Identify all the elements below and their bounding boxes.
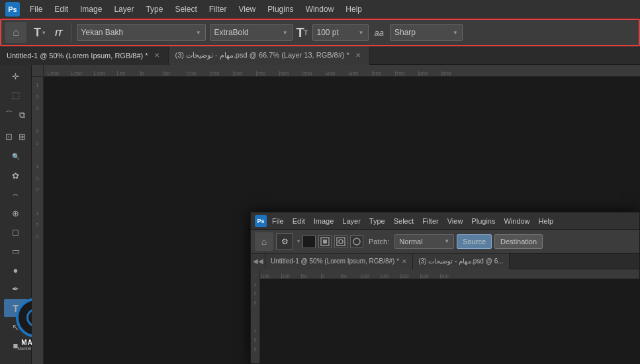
destination-button[interactable]: Destination	[494, 234, 543, 249]
healing-tool[interactable]: ✿	[4, 167, 28, 185]
lasso-tool[interactable]: ⌒	[3, 105, 15, 125]
svg-point-3	[339, 240, 343, 244]
font-style-selector[interactable]: ExtraBold ▼	[210, 24, 293, 41]
menu-layer[interactable]: Layer	[109, 3, 138, 15]
menu-window[interactable]: Window	[301, 3, 339, 15]
tab-untitled[interactable]: Untitled-1 @ 50% (Lorem Ipsum, RGB/8#) *…	[0, 46, 169, 65]
font-family-value: Yekan Bakh	[81, 28, 124, 37]
app-logo: Ps	[5, 2, 20, 17]
clone-stamp-tool[interactable]: ⊕	[4, 205, 28, 222]
second-menu-filter[interactable]: Filter	[419, 216, 441, 226]
menu-bar: Ps File Edit Image Layer Type Select Fil…	[0, 0, 640, 19]
svg-point-4	[353, 238, 360, 245]
second-tool-chevron: ▾	[297, 238, 300, 244]
magic-wand-tool[interactable]: ⧉	[17, 105, 28, 125]
menu-edit[interactable]: Edit	[50, 3, 73, 15]
separator-1	[71, 23, 71, 42]
menu-file[interactable]: File	[25, 3, 47, 15]
menu-type[interactable]: Type	[141, 3, 167, 15]
font-size-selector[interactable]: 100 pt ▼	[312, 24, 369, 41]
second-window: Ps File Edit Image Layer Type Select Fil…	[250, 212, 640, 364]
font-size-icon: T T	[297, 26, 308, 39]
menu-view[interactable]: View	[234, 3, 260, 15]
dodge-tool[interactable]: ●	[4, 261, 28, 279]
second-canvas-main: 150 100 50 0 50 100 150 200 250 300	[260, 269, 639, 363]
eyedropper-tool[interactable]: 🔍	[4, 148, 28, 165]
patch-icon-1[interactable]	[302, 235, 316, 248]
pen-tool[interactable]: ✒	[4, 280, 28, 298]
text-tool-icon: T	[34, 26, 41, 40]
tab-title-maham: (3) مهام - توضیحات.psd @ 66.7% (Layer 13…	[175, 51, 349, 60]
horizontal-ruler: -200 -150 -100 -50 0 50 100 150 200 250 …	[44, 65, 640, 77]
vertical-ruler: 10050100150	[32, 77, 44, 364]
font-size-chevron: ▼	[359, 30, 364, 36]
font-style-value: ExtraBold	[214, 28, 249, 37]
frame-tool[interactable]: ⊞	[17, 126, 28, 146]
tab-close-untitled[interactable]: ✕	[152, 51, 161, 60]
options-toolbar: ⌂ T ▾ IT Yekan Bakh ▼ ExtraBold ▼ T T 10…	[0, 19, 640, 46]
second-horizontal-ruler: 150 100 50 0 50 100 150 200 250 300	[260, 269, 639, 279]
crop-tool[interactable]: ⊡	[3, 126, 15, 146]
menu-image[interactable]: Image	[75, 3, 107, 15]
menu-plugins[interactable]: Plugins	[263, 3, 298, 15]
ruler-corner	[32, 65, 44, 77]
sharp-chevron: ▼	[453, 30, 458, 36]
second-menu-window[interactable]: Window	[500, 216, 533, 226]
patch-icon-2[interactable]	[318, 235, 332, 248]
second-canvas-area: -150-100 150 100 50 0 50 100 150 20	[251, 269, 639, 363]
brush-tool[interactable]: ⌢	[4, 185, 28, 203]
second-toolbar: ⌂ ⚙ ▾ Patch:	[251, 230, 639, 253]
menu-select[interactable]: Select	[170, 3, 201, 15]
second-menu-help[interactable]: Help	[535, 216, 557, 226]
menu-filter[interactable]: Filter	[205, 3, 232, 15]
second-canvas-black[interactable]	[260, 279, 639, 363]
second-tab-untitled[interactable]: Untitled-1 @ 50% (Lorem Ipsum, RGB/8#) *…	[265, 253, 413, 269]
second-menu-image[interactable]: Image	[310, 216, 338, 226]
second-home-button[interactable]: ⌂	[255, 232, 273, 251]
gradient-tool[interactable]: ▭	[4, 242, 28, 260]
font-family-chevron: ▼	[196, 30, 201, 36]
second-vertical-ruler: -150-100	[251, 269, 260, 363]
tab-maham[interactable]: (3) مهام - توضیحات.psd @ 66.7% (Layer 13…	[169, 46, 370, 65]
second-menu-type[interactable]: Type	[366, 216, 389, 226]
menu-help[interactable]: Help	[341, 3, 367, 15]
anti-alias-selector[interactable]: Sharp ▼	[390, 24, 463, 41]
move-tool[interactable]: ✛	[4, 68, 28, 85]
second-tab-close-1[interactable]: ✕	[402, 258, 407, 265]
document-tabs: Untitled-1 @ 50% (Lorem Ipsum, RGB/8#) *…	[0, 46, 640, 65]
patch-mode-value: Normal	[399, 238, 422, 246]
font-family-selector[interactable]: Yekan Bakh ▼	[77, 24, 206, 41]
svg-rect-1	[323, 240, 327, 244]
patch-chevron: ▼	[444, 238, 449, 244]
second-menu-plugins[interactable]: Plugins	[468, 216, 498, 226]
home-button[interactable]: ⌂	[5, 22, 26, 43]
second-tab-title-2: (3) مهام - توضیحات.psd @ 6...	[418, 257, 503, 265]
text-tool-chevron: ▾	[42, 30, 45, 36]
svg-rect-2	[337, 238, 345, 246]
tab-close-maham[interactable]: ✕	[353, 51, 363, 60]
tab-title-untitled: Untitled-1 @ 50% (Lorem Ipsum, RGB/8#) *	[7, 52, 148, 60]
source-button[interactable]: Source	[457, 234, 492, 249]
second-menu-layer[interactable]: Layer	[339, 216, 364, 226]
second-tool-icon[interactable]: ⚙	[276, 233, 293, 250]
patch-icon-4[interactable]	[350, 235, 363, 248]
second-menu-file[interactable]: File	[269, 216, 287, 226]
second-tab-maham[interactable]: (3) مهام - توضیحات.psd @ 6...	[413, 253, 509, 269]
text-orientation-button[interactable]: IT	[52, 26, 66, 39]
canvas-area: -200 -150 -100 -50 0 50 100 150 200 250 …	[32, 65, 640, 364]
collapse-button[interactable]: ◀◀	[251, 253, 265, 269]
second-document-tabs: ◀◀ Untitled-1 @ 50% (Lorem Ipsum, RGB/8#…	[251, 253, 639, 269]
second-menu-view[interactable]: View	[444, 216, 467, 226]
second-menu-edit[interactable]: Edit	[289, 216, 308, 226]
patch-label: Patch:	[366, 238, 392, 246]
eraser-tool[interactable]: ◻	[4, 224, 28, 242]
main-area: ✛ ⬚ ⌒ ⧉ ⊡ ⊞ 🔍 ✿ ⌢ ⊕ ◻ ▭ ● ✒ T ↖ ■ MAHAM …	[0, 65, 640, 364]
anti-alias-icon: aa	[373, 28, 386, 38]
patch-mode-selector[interactable]: Normal ▼	[394, 234, 454, 249]
rect-select-tool[interactable]: ⬚	[4, 87, 28, 105]
second-menu-select[interactable]: Select	[390, 216, 418, 226]
text-tool-selector[interactable]: T ▾	[30, 24, 48, 41]
sharp-value: Sharp	[394, 28, 416, 37]
second-app-logo: Ps	[255, 215, 267, 227]
patch-icon-3[interactable]	[334, 235, 347, 248]
